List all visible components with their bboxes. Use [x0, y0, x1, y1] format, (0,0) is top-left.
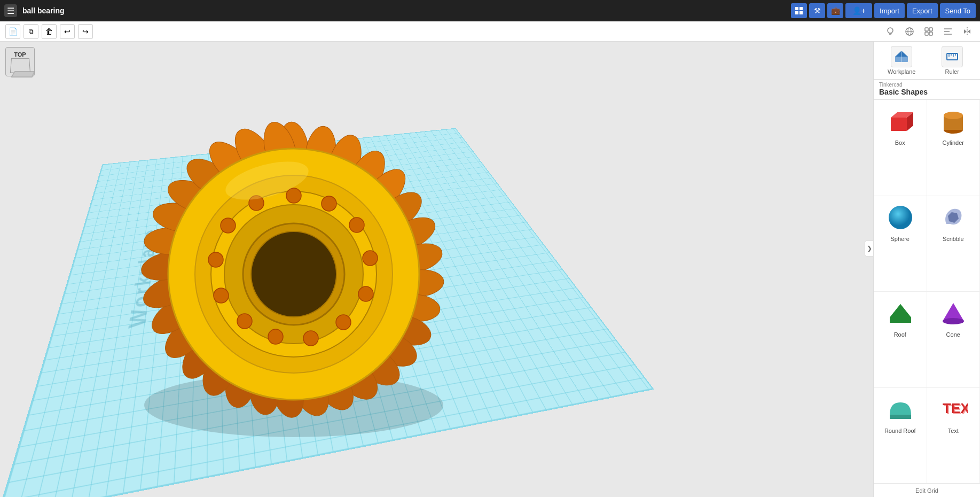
grid-view-button[interactable]: [791, 3, 807, 18]
svg-marker-18: [964, 29, 967, 34]
cone-icon: [937, 297, 969, 329]
undo-icon: ↩: [64, 27, 70, 36]
scribble-label: Scribble: [943, 236, 964, 242]
light-bulb-button[interactable]: [883, 24, 898, 39]
cone-label: Cone: [946, 331, 960, 338]
top-right-actions: ⚒ 💼 👤+ Import Export Send To: [791, 3, 976, 18]
export-button[interactable]: Export: [907, 3, 938, 18]
box-shape-svg: [885, 107, 915, 136]
copy-button[interactable]: ⧉: [23, 24, 38, 39]
cylinder-shape-svg: [938, 107, 968, 136]
roof-shape-svg: [885, 299, 915, 328]
shape-sphere[interactable]: Sphere: [874, 196, 927, 292]
shape-cone[interactable]: Cone: [927, 292, 981, 388]
mirror-icon: [962, 26, 973, 37]
top-bar: ☰ ball bearing ⚒ 💼 👤+ Import Export Send…: [0, 0, 980, 21]
svg-rect-11: [929, 28, 932, 31]
workplane: Workplane: [0, 128, 654, 497]
svg-point-4: [888, 28, 893, 33]
svg-text:TEXT: TEXT: [944, 401, 968, 417]
redo-button[interactable]: ↪: [78, 24, 93, 39]
svg-rect-13: [929, 32, 932, 35]
svg-marker-89: [890, 304, 911, 323]
text-shape-svg: TEXT TEXT: [938, 394, 968, 424]
community-icon: [904, 26, 915, 37]
workplane-button[interactable]: Workplane: [879, 46, 924, 75]
copy-icon: ⧉: [29, 28, 34, 35]
svg-rect-81: [891, 118, 907, 131]
edit-grid-button[interactable]: Edit Grid: [874, 484, 980, 497]
align-left-button[interactable]: [940, 24, 955, 39]
app-title: ball bearing: [22, 6, 65, 15]
svg-marker-19: [968, 29, 970, 34]
menu-icon: ☰: [7, 6, 14, 16]
svg-point-91: [943, 318, 964, 324]
3d-viewport[interactable]: TOP Workplane: [0, 42, 873, 497]
box-label: Box: [895, 139, 905, 146]
redo-icon: ↪: [82, 27, 89, 36]
text-icon: TEXT TEXT: [937, 393, 969, 425]
cube-graphic: [10, 58, 30, 73]
cone-shape-svg: [938, 299, 968, 328]
community-button[interactable]: [902, 24, 917, 39]
send-to-button[interactable]: Send To: [940, 3, 976, 18]
app-menu-icon[interactable]: ☰: [4, 4, 17, 17]
round-roof-icon: [884, 393, 916, 425]
shape-roof[interactable]: Roof: [874, 292, 927, 388]
collapse-panel-button[interactable]: ❯: [865, 240, 873, 257]
svg-rect-0: [795, 7, 798, 10]
new-design-button[interactable]: 📄: [5, 24, 20, 39]
grid-background: Workplane: [0, 128, 654, 497]
collapse-arrow-icon: ❯: [867, 245, 872, 252]
text-label: Text: [948, 428, 959, 434]
box-icon: [884, 105, 916, 137]
roof-label: Roof: [894, 331, 906, 338]
snap-button[interactable]: [921, 24, 936, 39]
ruler-label: Ruler: [945, 68, 959, 75]
view-cube[interactable]: TOP: [5, 47, 35, 76]
delete-button[interactable]: 🗑: [42, 24, 57, 39]
round-roof-label: Round Roof: [884, 428, 916, 434]
ruler-icon: [945, 49, 960, 64]
shapes-grid: Box Cylinder: [874, 100, 980, 484]
workplane-icon: [894, 49, 909, 64]
undo-button[interactable]: ↩: [60, 24, 75, 39]
round-roof-shape-svg: [885, 394, 915, 424]
hammer-button[interactable]: ⚒: [809, 3, 825, 18]
sphere-label: Sphere: [891, 236, 910, 242]
hammer-icon: ⚒: [814, 6, 821, 15]
shape-scribble[interactable]: Scribble: [927, 196, 981, 292]
shape-box[interactable]: Box: [874, 100, 927, 196]
mirror-button[interactable]: [960, 24, 975, 39]
category-header: Tinkercad Basic Shapes: [874, 80, 980, 100]
delete-icon: 🗑: [45, 27, 53, 36]
shape-cylinder[interactable]: Cylinder: [927, 100, 981, 196]
workplane-label: Workplane: [123, 227, 162, 329]
briefcase-icon: 💼: [831, 6, 840, 15]
briefcase-button[interactable]: 💼: [827, 3, 843, 18]
edit-toolbar: 📄 ⧉ 🗑 ↩ ↪: [0, 21, 980, 42]
grid-icon: [795, 6, 803, 15]
cylinder-icon: [937, 105, 969, 137]
svg-rect-3: [799, 11, 803, 14]
align-left-icon: [943, 26, 953, 37]
view-controls: [883, 24, 975, 39]
workplane-label: Workplane: [888, 68, 915, 75]
svg-rect-2: [795, 11, 798, 14]
sphere-shape-svg: [885, 203, 915, 232]
workplane-icon-box: [891, 46, 912, 67]
import-button[interactable]: Import: [874, 3, 905, 18]
shape-text[interactable]: TEXT TEXT Text: [927, 388, 981, 484]
svg-rect-12: [925, 32, 928, 35]
ruler-button[interactable]: Ruler: [930, 46, 975, 75]
scribble-icon: [937, 201, 969, 234]
add-person-button[interactable]: 👤+: [845, 3, 872, 18]
category-source: Tinkercad: [879, 82, 975, 88]
person-icon: 👤+: [852, 6, 866, 15]
shape-round-roof[interactable]: Round Roof: [874, 388, 927, 484]
svg-rect-76: [947, 53, 958, 60]
roof-icon: [884, 297, 916, 329]
scribble-shape-svg: [938, 203, 968, 232]
cylinder-label: Cylinder: [943, 139, 964, 146]
svg-point-87: [889, 206, 912, 229]
